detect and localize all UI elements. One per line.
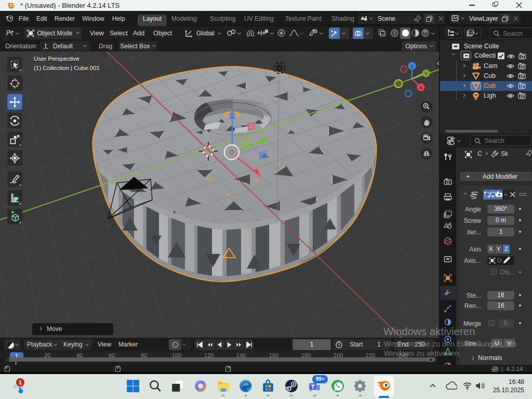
svg-text:X: X bbox=[419, 85, 422, 90]
svg-text:Y: Y bbox=[424, 71, 428, 76]
svg-text:Z: Z bbox=[410, 64, 414, 69]
